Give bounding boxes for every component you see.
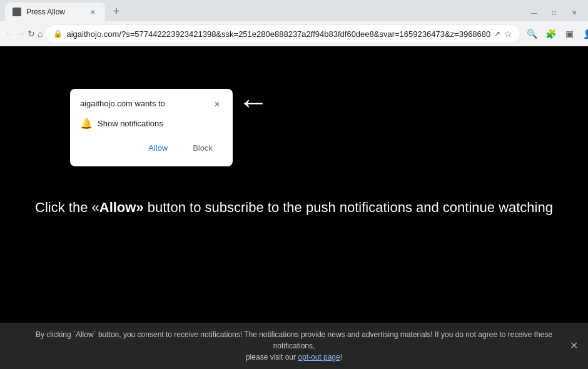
- minimize-button[interactable]: —: [525, 4, 543, 21]
- main-text-highlight: Allow»: [99, 200, 144, 215]
- banner-close-button[interactable]: ✕: [567, 339, 580, 353]
- extensions-icon[interactable]: 🧩: [542, 25, 559, 43]
- browser-window: Press Allow ✕ + — □ ✕ ← → ↻ ⌂ 🔒 aigaitho…: [0, 0, 588, 369]
- tab-favicon: [13, 8, 21, 16]
- bell-icon: 🔔: [80, 118, 93, 129]
- url-text: aigaithojo.com/?s=577442223923421398&ssk…: [66, 29, 490, 39]
- forward-button[interactable]: →: [16, 25, 25, 43]
- address-bar[interactable]: 🔒 aigaithojo.com/?s=577442223923421398&s…: [45, 24, 520, 43]
- banner-text-end: !: [340, 353, 342, 361]
- popup-close-button[interactable]: ✕: [211, 99, 223, 110]
- popup-actions: Allow Block: [80, 139, 223, 156]
- share-icon[interactable]: ↗: [494, 29, 500, 38]
- bookmark-icon[interactable]: ☆: [504, 29, 512, 39]
- toolbar-icons: 🔍 🧩 ▣ 👤 ⋮: [523, 25, 588, 43]
- arrow-indicator: ←: [238, 84, 269, 120]
- tab-title: Press Allow: [26, 8, 83, 16]
- banner-text-before: By clicking `Allow` button, you consent …: [36, 330, 552, 350]
- tab-close-button[interactable]: ✕: [88, 7, 98, 17]
- tab-bar: Press Allow ✕ + — □ ✕: [0, 0, 588, 21]
- search-icon[interactable]: 🔍: [523, 25, 540, 43]
- back-button[interactable]: ←: [5, 25, 14, 43]
- block-button[interactable]: Block: [183, 139, 223, 156]
- page-content: ← aigaithojo.com wants to ✕ 🔔 Show notif…: [0, 46, 588, 369]
- new-tab-button[interactable]: +: [108, 3, 125, 20]
- nav-bar: ← → ↻ ⌂ 🔒 aigaithojo.com/?s=577442223923…: [0, 21, 588, 46]
- profile-icon[interactable]: 👤: [579, 25, 588, 43]
- sidebar-icon[interactable]: ▣: [560, 25, 578, 43]
- banner-text-after: please visit our: [246, 353, 298, 361]
- allow-button[interactable]: Allow: [138, 139, 178, 156]
- popup-header: aigaithojo.com wants to ✕: [80, 99, 223, 110]
- active-tab[interactable]: Press Allow ✕: [5, 3, 105, 21]
- close-window-button[interactable]: ✕: [565, 4, 583, 21]
- bottom-banner: By clicking `Allow` button, you consent …: [0, 323, 588, 369]
- popup-permission-row: 🔔 Show notifications: [80, 118, 223, 129]
- main-page-text: Click the «Allow» button to subscribe to…: [35, 198, 553, 218]
- popup-title: aigaithojo.com wants to: [80, 99, 165, 108]
- main-text-after: button to subscribe to the push notifica…: [144, 200, 553, 215]
- notification-popup: aigaithojo.com wants to ✕ 🔔 Show notific…: [70, 89, 233, 166]
- reload-button[interactable]: ↻: [28, 25, 35, 43]
- lock-icon: 🔒: [53, 29, 63, 38]
- home-button[interactable]: ⌂: [38, 25, 43, 43]
- maximize-button[interactable]: □: [545, 4, 563, 21]
- main-text-before: Click the «: [35, 200, 99, 215]
- permission-label: Show notifications: [98, 119, 163, 128]
- opt-out-link[interactable]: opt-out page: [298, 353, 340, 361]
